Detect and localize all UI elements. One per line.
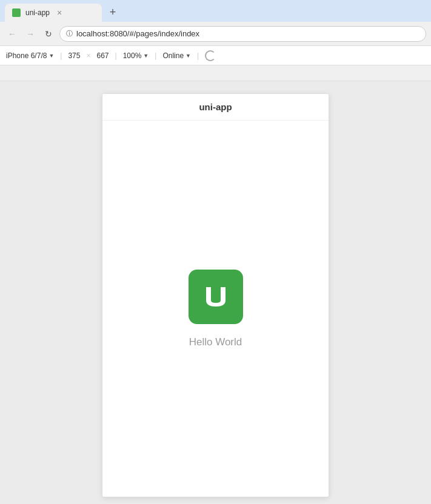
network-status: Online xyxy=(162,51,184,60)
reload-button[interactable]: ↻ xyxy=(41,27,56,41)
no-throttle-icon xyxy=(205,50,216,61)
phone-header: uni-app xyxy=(102,94,329,121)
browser-content: uni-app Hello World xyxy=(0,81,431,504)
uniapp-logo xyxy=(189,270,243,324)
bookmark-item-4[interactable] xyxy=(34,72,41,75)
new-tab-button[interactable]: + xyxy=(104,4,121,21)
browser-window: uni-app × + ← → ↻ ⓘ localhost:8080/#/pag… xyxy=(0,0,431,504)
bookmark-item-2[interactable] xyxy=(15,72,22,75)
network-selector[interactable]: Online ▼ xyxy=(162,51,191,60)
bookmark-item-1[interactable] xyxy=(5,72,12,75)
uniapp-logo-svg xyxy=(198,279,234,315)
separator-4: | xyxy=(197,51,199,60)
device-name: iPhone 6/7/8 xyxy=(6,51,47,60)
network-chevron: ▼ xyxy=(185,53,191,59)
bookmark-item-3[interactable] xyxy=(24,72,32,75)
tab-favicon xyxy=(12,8,21,17)
active-tab[interactable]: uni-app × xyxy=(5,4,102,22)
zoom-chevron: ▼ xyxy=(143,53,149,59)
phone-title: uni-app xyxy=(199,102,232,112)
devtools-toolbar: iPhone 6/7/8 ▼ | 375 × 667 | 100% ▼ | On… xyxy=(0,46,431,65)
address-bar: ← → ↻ ⓘ localhost:8080/#/pages/index/ind… xyxy=(0,22,431,46)
tab-title: uni-app xyxy=(25,8,50,17)
bookmark-item-5[interactable] xyxy=(44,72,51,75)
zoom-value: 100% xyxy=(123,51,142,60)
phone-content: Hello World xyxy=(102,121,329,497)
tab-close-button[interactable]: × xyxy=(57,8,62,18)
hello-world-label: Hello World xyxy=(189,336,242,348)
phone-frame: uni-app Hello World xyxy=(102,93,329,497)
forward-button[interactable]: → xyxy=(23,27,38,41)
zoom-selector[interactable]: 100% ▼ xyxy=(123,51,149,60)
tab-bar: uni-app × + xyxy=(0,0,431,22)
device-chevron: ▼ xyxy=(48,53,54,59)
dimension-separator: × xyxy=(86,51,90,60)
width-value[interactable]: 375 xyxy=(68,51,80,60)
device-selector[interactable]: iPhone 6/7/8 ▼ xyxy=(6,51,54,60)
separator-3: | xyxy=(155,51,156,60)
bookmark-bar xyxy=(0,65,431,81)
svg-rect-0 xyxy=(200,281,232,313)
height-value[interactable]: 667 xyxy=(96,51,109,60)
lock-icon: ⓘ xyxy=(66,29,73,38)
url-text: localhost:8080/#/pages/index/index xyxy=(76,29,199,38)
separator-1: | xyxy=(60,51,62,60)
back-button[interactable]: ← xyxy=(5,27,19,41)
separator-2: | xyxy=(115,51,117,60)
url-bar[interactable]: ⓘ localhost:8080/#/pages/index/index xyxy=(59,26,426,42)
